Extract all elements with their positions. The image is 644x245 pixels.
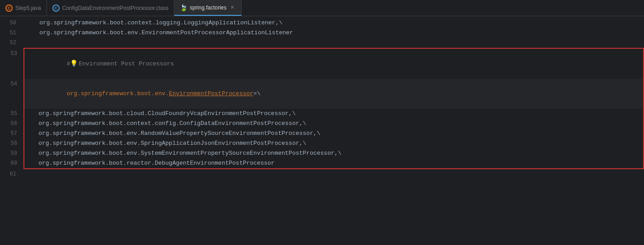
java-icon: C (5, 5, 13, 12)
tab-step5-java[interactable]: C Step5.java (0, 0, 47, 16)
code-line-56: 56 org.springframework.boot.context.conf… (24, 119, 643, 129)
line-number-57: 57 (1, 129, 24, 139)
code-container: 50 org.springframework.boot.context.logg… (0, 16, 644, 179)
line-number-54: 54 (1, 79, 24, 89)
code-line-52: 52 (0, 38, 644, 48)
line-number: 52 (0, 38, 23, 48)
tab-bar: C Step5.java C ConfigDataEnvironmentPost… (0, 0, 644, 16)
code-line-51: 51 org.springframework.boot.env.Environm… (0, 28, 644, 38)
code-line-59: 59 org.springframework.boot.env.SystemEn… (24, 148, 643, 158)
code-line-61: 61 (0, 169, 644, 179)
line-content-54: org.springframework.boot.env.Environment… (24, 79, 641, 109)
line-number-60: 60 (1, 158, 24, 168)
key-keyword: EnvironmentPostProcessor (169, 90, 253, 97)
line-content-55: org.springframework.boot.cloud.CloudFoun… (24, 109, 641, 119)
line-number: 50 (0, 18, 23, 28)
class-icon: C (52, 5, 60, 12)
code-line-50: 50 org.springframework.boot.context.logg… (0, 18, 644, 28)
line-number-59: 59 (1, 148, 24, 158)
line-content: org.springframework.boot.env.Environment… (23, 28, 644, 38)
factories-icon: 🍃 (180, 4, 187, 11)
line-number-58: 58 (1, 139, 24, 148)
line-content-57: org.springframework.boot.env.RandomValue… (24, 129, 641, 139)
line-content-58: org.springframework.boot.env.SpringAppli… (24, 139, 641, 148)
tab-label: Step5.java (15, 5, 41, 11)
code-line-55: 55 org.springframework.boot.cloud.CloudF… (24, 109, 643, 119)
bulb-icon: 💡 (70, 60, 78, 67)
tab-label: ConfigDataEnvironmentPostProcessor.class (62, 5, 168, 11)
code-line-60: 60 org.springframework.boot.reactor.Debu… (24, 158, 643, 168)
line-number: 51 (0, 28, 23, 38)
line-content-59: org.springframework.boot.env.SystemEnvir… (24, 148, 641, 158)
tab-spring-factories[interactable]: 🍃 spring.factories ✕ (174, 0, 241, 16)
code-line-53: 53 #💡Environment Post Processors (24, 49, 643, 79)
editor-area: 50 org.springframework.boot.context.logg… (0, 16, 644, 179)
code-line-57: 57 org.springframework.boot.env.RandomVa… (24, 129, 643, 139)
tab-label: spring.factories (190, 5, 226, 11)
line-number-56: 56 (1, 119, 24, 129)
tab-config-data[interactable]: C ConfigDataEnvironmentPostProcessor.cla… (47, 0, 174, 16)
line-content-60: org.springframework.boot.reactor.DebugAg… (24, 158, 641, 168)
comment-text: Environment Post Processors (79, 60, 174, 67)
line-number-61: 61 (0, 169, 23, 179)
key-prefix: org.springframework.boot.env. (67, 90, 169, 97)
line-content-53: #💡Environment Post Processors (24, 49, 641, 79)
highlighted-section: 53 #💡Environment Post Processors 54 org.… (23, 48, 644, 169)
code-line-54: 54 org.springframework.boot.env.Environm… (24, 79, 643, 109)
close-icon[interactable]: ✕ (229, 5, 236, 11)
line-number-55: 55 (1, 109, 24, 119)
code-line-58: 58 org.springframework.boot.env.SpringAp… (24, 139, 643, 148)
line-number-53: 53 (1, 49, 24, 59)
line-content-56: org.springframework.boot.context.config.… (24, 119, 641, 129)
line-content: org.springframework.boot.context.logging… (23, 18, 644, 28)
key-suffix: =\ (253, 90, 261, 97)
